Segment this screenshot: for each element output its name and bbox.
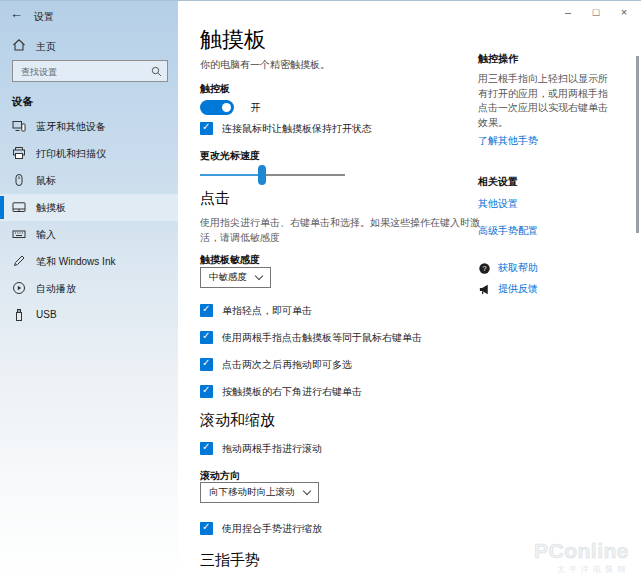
get-help-link[interactable]: 获取帮助 (498, 261, 538, 275)
feedback-icon (478, 283, 491, 296)
cursor-speed-fill (200, 174, 262, 176)
sensitivity-value: 中敏感度 (209, 271, 247, 284)
minimize-button[interactable]: – (554, 1, 582, 25)
chevron-down-icon (255, 272, 263, 280)
sidebar-item-typing[interactable]: 输入 (0, 221, 178, 248)
checkbox-row-tap-twice-drag: 点击两次之后再拖动即可多选 (200, 358, 352, 371)
search-icon[interactable] (151, 66, 162, 77)
sidebar-item-autoplay[interactable]: 自动播放 (0, 275, 178, 302)
touchpad-icon (12, 200, 26, 214)
sidebar-nav: 蓝牙和其他设备 打印机和扫描仪 鼠标 (0, 113, 178, 329)
back-button[interactable]: ← (10, 6, 23, 21)
section-taps: 点击 (200, 189, 230, 208)
cursor-speed-label: 更改光标速度 (200, 149, 260, 163)
sidebar-item-pen[interactable]: 笔和 Windows Ink (0, 248, 178, 275)
sidebar: ← 设置 主页 设备 (0, 1, 178, 581)
checkbox-two-finger-rightclick[interactable] (200, 331, 213, 344)
sidebar-item-home[interactable]: 主页 (0, 35, 178, 59)
checkbox-pinch-zoom[interactable] (200, 522, 213, 535)
section-three-finger: 三指手势 (200, 551, 260, 570)
checkbox-corner-rightclick[interactable] (200, 385, 213, 398)
touch-ops-description: 用三根手指向上轻扫以显示所有打开的应用，或用两根手指点击一次应用以实现右键单击效… (478, 72, 614, 130)
checkbox-label: 点击两次之后再拖动即可多选 (222, 358, 352, 371)
aside-column: 触控操作 用三根手指向上轻扫以显示所有打开的应用，或用两根手指点击一次应用以实现… (478, 52, 614, 296)
checkbox-row-two-finger-rightclick: 使用两根手指点击触摸板等同于鼠标右键单击 (200, 331, 422, 344)
autoplay-icon (12, 281, 26, 295)
section-scroll-zoom: 滚动和缩放 (200, 411, 275, 430)
scroll-direction-dropdown[interactable]: 向下移动时向上滚动 (200, 482, 319, 503)
checkbox-label: 拖动两根手指进行滚动 (222, 442, 322, 455)
checkbox-label: 按触摸板的右下角进行右键单击 (222, 385, 362, 398)
checkbox-two-finger-scroll[interactable] (200, 442, 213, 455)
sidebar-section-devices: 设备 (12, 95, 33, 109)
pen-icon (12, 254, 26, 268)
advanced-gesture-link[interactable]: 高级手势配置 (478, 224, 614, 238)
checkbox-tap-click[interactable] (200, 304, 213, 317)
checkbox-row-two-finger-scroll: 拖动两根手指进行滚动 (200, 442, 322, 455)
checkbox-label: 单指轻点，即可单击 (222, 304, 312, 317)
taps-description: 使用指尖进行单击、右键单击和选择。如果这些操作在键入时激活，请调低敏感度 (200, 215, 480, 245)
checkbox-row-corner-rightclick: 按触摸板的右下角进行右键单击 (200, 385, 362, 398)
svg-text:?: ? (482, 264, 486, 273)
watermark-subtitle: 太平洋电脑网 (534, 564, 629, 575)
sidebar-home-label: 主页 (36, 40, 56, 54)
sidebar-item-usb[interactable]: USB (0, 302, 178, 329)
cursor-speed-handle[interactable] (258, 165, 266, 185)
watermark-logo: PConline (534, 539, 629, 563)
app-title: 设置 (34, 10, 54, 24)
sidebar-item-label: 鼠标 (36, 174, 56, 188)
sensitivity-dropdown[interactable]: 中敏感度 (200, 267, 271, 288)
checkbox-row-mouse: 连接鼠标时让触摸板保持打开状态 (200, 122, 372, 135)
feedback-row[interactable]: 提供反馈 (478, 282, 614, 296)
sidebar-item-bluetooth[interactable]: 蓝牙和其他设备 (0, 113, 178, 140)
watermark: PConline 太平洋电脑网 (534, 539, 629, 575)
sidebar-item-label: 蓝牙和其他设备 (36, 120, 106, 134)
touchpad-toggle-row: 开 (200, 98, 260, 114)
keyboard-icon (12, 227, 26, 241)
sidebar-item-label: 触摸板 (36, 201, 66, 215)
feedback-link[interactable]: 提供反馈 (498, 282, 538, 296)
toggle-state-label: 开 (250, 101, 260, 115)
sidebar-item-label: 自动播放 (36, 282, 76, 296)
mouse-icon (12, 173, 26, 187)
touchpad-toggle-label: 触控板 (200, 82, 230, 96)
chevron-down-icon (302, 487, 310, 495)
checkbox-tap-twice-drag[interactable] (200, 358, 213, 371)
sidebar-item-label: 输入 (36, 228, 56, 242)
learn-gestures-link[interactable]: 了解其他手势 (478, 134, 614, 148)
close-button[interactable]: × (610, 1, 638, 25)
search-input[interactable] (19, 62, 151, 82)
checkbox-label: 使用捏合手势进行缩放 (222, 522, 322, 535)
checkbox-label: 使用两根手指点击触摸板等同于鼠标右键单击 (222, 331, 422, 344)
titlebar: ← 设置 (0, 1, 178, 31)
checkbox-row-tap-click: 单指轻点，即可单击 (200, 304, 312, 317)
checkbox-row-pinch-zoom: 使用捏合手势进行缩放 (200, 522, 322, 535)
touchpad-toggle[interactable] (200, 100, 234, 115)
page-title: 触摸板 (200, 25, 266, 55)
page-subtitle: 你的电脑有一个精密触摸板。 (200, 58, 330, 72)
usb-icon (12, 308, 26, 322)
window-controls: – □ × (554, 1, 638, 25)
scroll-direction-value: 向下移动时向上滚动 (209, 486, 295, 499)
sidebar-item-printers[interactable]: 打印机和扫描仪 (0, 140, 178, 167)
help-icon: ? (478, 262, 491, 275)
home-icon (12, 38, 26, 52)
get-help-row[interactable]: ? 获取帮助 (478, 261, 614, 275)
sidebar-item-mouse[interactable]: 鼠标 (0, 167, 178, 194)
sidebar-item-touchpad[interactable]: 触摸板 (0, 194, 178, 221)
checkbox-label: 连接鼠标时让触摸板保持打开状态 (222, 122, 372, 135)
sidebar-item-label: USB (36, 309, 57, 320)
cursor-speed-slider[interactable] (200, 165, 345, 185)
maximize-button[interactable]: □ (582, 1, 610, 25)
other-settings-link[interactable]: 其他设置 (478, 197, 614, 211)
settings-window: ← 设置 主页 设备 (0, 0, 641, 581)
printer-icon (12, 146, 26, 160)
checkbox-mouse-connected[interactable] (200, 122, 213, 135)
search-box (12, 60, 168, 82)
related-settings-header: 相关设置 (478, 175, 614, 189)
vertical-scrollbar-thumb[interactable] (636, 56, 639, 233)
sidebar-item-label: 笔和 Windows Ink (36, 255, 115, 269)
sensitivity-label: 触摸板敏感度 (200, 253, 260, 267)
touch-ops-header: 触控操作 (478, 52, 614, 66)
sidebar-item-label: 打印机和扫描仪 (36, 147, 106, 161)
